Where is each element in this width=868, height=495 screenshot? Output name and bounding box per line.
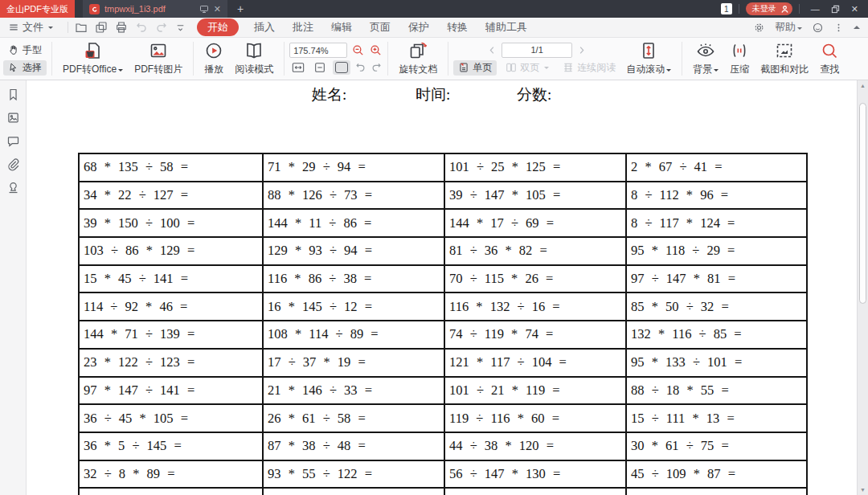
window-count-badge[interactable]: 1: [721, 3, 732, 14]
divider: [799, 4, 800, 14]
fit-width-button[interactable]: [289, 60, 307, 75]
single-page-button[interactable]: 单页: [453, 60, 497, 76]
menu-tab-home-label: 开始: [207, 21, 228, 33]
more-options-icon[interactable]: [833, 22, 844, 33]
problem-cell: [626, 488, 807, 495]
thumbnail-icon[interactable]: [6, 111, 20, 125]
menu-tab-convert[interactable]: 转换: [438, 18, 477, 36]
login-button[interactable]: 未登录: [746, 2, 792, 15]
chevron-down-icon: [797, 27, 802, 32]
auto-scroll-button[interactable]: 自动滚动: [620, 39, 677, 78]
pdf-to-image-icon: [149, 41, 168, 60]
play-button[interactable]: 播放: [199, 39, 229, 78]
menu-tab-edit[interactable]: 编辑: [322, 18, 361, 36]
menu-tab-protect[interactable]: 保护: [399, 18, 438, 36]
problem-cell: 101 ÷ 25 * 125 =: [444, 153, 626, 182]
find-label: 查找: [820, 63, 839, 76]
rotate-document-button[interactable]: 旋转文档: [393, 39, 443, 78]
problem-cell: 34 * 22 ÷ 127 =: [79, 182, 263, 210]
problem-cell: 8 ÷ 112 * 96 =: [626, 182, 807, 210]
worksheet-row: 23 * 122 ÷ 123 =17 ÷ 37 * 19 =121 * 117 …: [79, 349, 807, 377]
compress-button[interactable]: 压缩: [724, 39, 755, 78]
background-button[interactable]: 背景: [687, 39, 724, 78]
problem-cell: 70 ÷ 115 * 26 =: [444, 265, 626, 293]
open-file-icon[interactable]: [75, 21, 88, 34]
problem-cell: 44 ÷ 38 * 120 =: [444, 432, 626, 460]
reading-mode-button[interactable]: 阅读模式: [229, 39, 279, 78]
snapshot-compare-button[interactable]: 截图和对比: [755, 39, 814, 78]
problems-table: 68 * 135 ÷ 58 =71 * 29 ÷ 94 =101 ÷ 25 * …: [78, 153, 808, 495]
file-menu[interactable]: 文件: [8, 20, 53, 35]
restore-button[interactable]: [831, 5, 840, 14]
redo-icon[interactable]: [155, 21, 168, 34]
continuous-read-button[interactable]: 连续阅读: [558, 60, 620, 76]
vertical-scrollbar[interactable]: ▲ ▼: [857, 80, 868, 495]
fit-page-icon: [313, 62, 326, 73]
rotate-left-icon[interactable]: [354, 62, 366, 74]
comment-icon[interactable]: [6, 134, 20, 148]
hand-icon: [8, 44, 19, 55]
new-tab-button[interactable]: +: [227, 0, 253, 18]
problem-cell: 87 * 38 ÷ 48 =: [263, 432, 444, 460]
tab-close-icon[interactable]: ✕: [214, 4, 221, 14]
next-page-icon[interactable]: [576, 45, 587, 55]
zoom-in-icon[interactable]: [369, 43, 383, 57]
single-page-label: 单页: [473, 61, 492, 75]
worksheet-row: 32 ÷ 8 * 89 =93 * 55 ÷ 122 =56 ÷ 147 * 1…: [79, 460, 807, 489]
problem-cell: [444, 488, 626, 495]
problem-cell: 32 ÷ 8 * 89 =: [79, 460, 263, 489]
previous-page-icon[interactable]: [487, 45, 497, 55]
fit-page-button[interactable]: [311, 60, 329, 75]
help-menu[interactable]: 帮助: [775, 20, 802, 35]
scroll-down-icon[interactable]: ▼: [858, 487, 868, 493]
pdf-page[interactable]: 姓名: 时间: 分数: 68 * 135 ÷ 58 =71 * 29 ÷ 94 …: [27, 80, 857, 495]
menu-tab-insert[interactable]: 插入: [245, 18, 284, 36]
find-button[interactable]: 查找: [814, 39, 845, 78]
zoom-out-icon[interactable]: [351, 43, 365, 57]
print-icon[interactable]: [115, 21, 128, 34]
stamp-icon[interactable]: [6, 181, 20, 194]
problem-cell: [263, 488, 444, 495]
close-button[interactable]: ✕: [851, 4, 858, 14]
select-tool-button[interactable]: 选择: [3, 60, 47, 76]
pdf-to-image-button[interactable]: PDF转图片: [129, 39, 188, 78]
app-menu-button[interactable]: 金山PDF专业版: [0, 0, 75, 18]
eye-icon: [696, 41, 715, 60]
problem-cell: 21 * 146 ÷ 33 =: [263, 377, 444, 405]
page-number-input[interactable]: [502, 43, 572, 58]
pdf-to-office-button[interactable]: W PDF转Office: [57, 39, 129, 78]
collapse-toolbar-icon[interactable]: [854, 22, 860, 29]
menu-tab-tools[interactable]: 辅助工具: [477, 18, 536, 36]
zoom-level-input[interactable]: [289, 43, 347, 58]
save-icon[interactable]: [95, 21, 108, 34]
problem-cell: 36 ÷ 45 * 105 =: [79, 404, 263, 432]
rotate-document-icon: [408, 41, 428, 60]
menu-tab-pages[interactable]: 页面: [361, 18, 399, 36]
minimize-button[interactable]: —: [811, 4, 820, 14]
attachment-icon[interactable]: [6, 158, 20, 171]
document-tab[interactable]: tmpwxij_1i3.pdf ✕: [83, 0, 227, 18]
problem-cell: 39 ÷ 147 * 105 =: [444, 182, 626, 210]
feedback-icon[interactable]: [812, 22, 824, 34]
menu-tab-home[interactable]: 开始: [197, 18, 239, 36]
undo-icon[interactable]: [135, 21, 148, 34]
scroll-up-icon[interactable]: ▲: [858, 83, 868, 88]
rotate-right-icon[interactable]: [371, 62, 383, 74]
toolbar: 手型 选择 W PDF转Office PDF转图片 播放 阅读模式: [0, 38, 868, 80]
snapshot-compare-label: 截图和对比: [760, 63, 809, 76]
menu-bar: 文件 开始 插入 批注 编辑 页面 保护 转换 辅助工具 帮助: [0, 18, 868, 38]
scrollbar-thumb[interactable]: [859, 103, 866, 304]
menu-tab-comment[interactable]: 批注: [284, 18, 322, 36]
double-page-button[interactable]: 双页: [501, 60, 554, 76]
problem-cell: 108 * 114 ÷ 89 =: [263, 321, 444, 349]
pin-to-desktop-icon[interactable]: [199, 4, 209, 14]
problem-cell: 116 * 86 ÷ 38 =: [263, 265, 444, 293]
worksheet-row: 68 * 135 ÷ 58 =71 * 29 ÷ 94 =101 ÷ 25 * …: [79, 153, 807, 182]
pdf-to-office-label: PDF转Office: [63, 63, 117, 76]
bookmark-icon[interactable]: [6, 88, 20, 101]
fit-visible-button[interactable]: [333, 60, 350, 75]
gear-icon[interactable]: [753, 22, 765, 34]
customize-toolbar-icon[interactable]: [175, 22, 186, 33]
left-panel-rail: [0, 80, 27, 495]
hand-tool-button[interactable]: 手型: [3, 43, 47, 58]
